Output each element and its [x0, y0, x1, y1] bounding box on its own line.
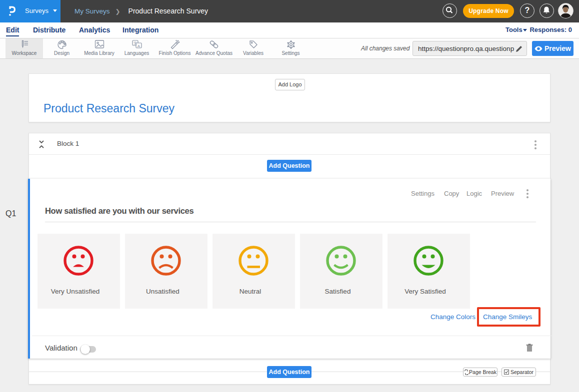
svg-text:A: A — [137, 44, 140, 48]
svg-text:文: 文 — [134, 41, 137, 45]
